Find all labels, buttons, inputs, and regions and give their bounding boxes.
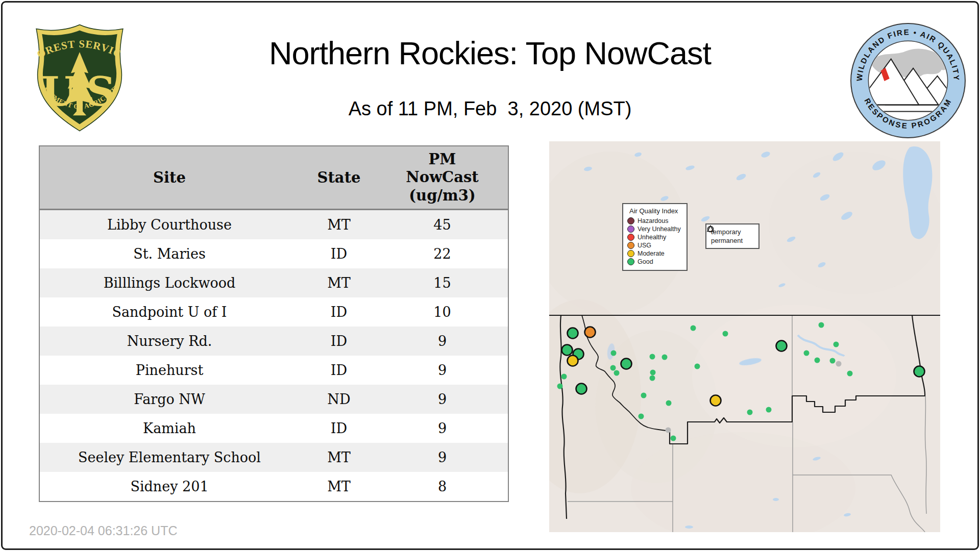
- monitor-marker: [819, 322, 824, 328]
- generated-timestamp: 2020-02-04 06:31:26 UTC: [29, 523, 177, 538]
- legend-item-label: Hazardous: [638, 217, 668, 224]
- col-header-site: Site: [40, 169, 299, 186]
- table-row: Sidney 201 MT 8: [40, 472, 508, 501]
- legend-item: Hazardous: [627, 217, 683, 224]
- state-cell: ID: [299, 420, 379, 436]
- monitor-marker: [561, 374, 567, 380]
- monitor-marker: [815, 358, 820, 363]
- table-header-row: Site State PM NowCast (ug/m3): [40, 146, 508, 210]
- state-cell: MT: [299, 217, 379, 233]
- table-row: St. Maries ID 22: [40, 239, 508, 268]
- legend-item: Good: [627, 258, 683, 265]
- monitor-marker: [610, 365, 616, 371]
- state-cell: MT: [299, 275, 379, 291]
- state-cell: MT: [299, 449, 379, 465]
- monitor-marker: [747, 410, 753, 415]
- monitor-type-legend: temporary permanent: [705, 223, 760, 249]
- monitor-marker: [557, 384, 563, 389]
- state-cell: MT: [299, 479, 379, 494]
- col-header-state: State: [299, 169, 379, 186]
- value-cell: 9: [379, 420, 506, 436]
- table-row: Pinehurst ID 9: [40, 356, 508, 385]
- site-cell: St. Maries: [40, 246, 299, 262]
- aqi-legend-items: Hazardous Very Unhealthy Unhealthy USG M…: [627, 217, 683, 265]
- permanent-monitor-icon: [706, 224, 715, 233]
- site-cell: Kamiah: [40, 420, 299, 436]
- monitor-marker: [766, 407, 772, 413]
- monitor-marker: [695, 364, 700, 369]
- legend-color-dot: [627, 258, 634, 265]
- monitor-marker: [666, 428, 671, 433]
- value-cell: 8: [379, 479, 506, 494]
- monitor-marker: [776, 341, 787, 352]
- wfaqrp-logo: WILDLAND FIRE • AIR QUALITY RESPONSE PRO…: [849, 21, 967, 140]
- table-row: Fargo NW ND 9: [40, 385, 508, 414]
- value-cell: 9: [379, 362, 506, 378]
- monitor-marker: [847, 371, 853, 377]
- table-row: Billlings Lockwood MT 15: [40, 268, 508, 297]
- value-cell: 45: [379, 217, 506, 233]
- monitor-marker: [568, 356, 578, 366]
- monitor-marker: [834, 342, 839, 347]
- monitor-marker: [585, 327, 596, 338]
- col-header-pm-nowcast: PM NowCast (ug/m3): [379, 151, 506, 205]
- value-cell: 22: [379, 246, 506, 262]
- table-row: Libby Courthouse MT 45: [40, 210, 508, 239]
- monitor-marker: [641, 393, 647, 398]
- monitor-marker: [666, 400, 672, 406]
- aqi-legend-title: Air Quality Index: [629, 207, 683, 215]
- legend-color-dot: [627, 250, 634, 257]
- monitor-marker: [710, 395, 721, 406]
- state-cell: ND: [299, 391, 379, 407]
- table-row: Kamiah ID 9: [40, 414, 508, 443]
- monitor-marker: [576, 384, 587, 394]
- state-cell: ID: [299, 304, 379, 320]
- legend-item: Moderate: [627, 250, 683, 257]
- monitor-marker: [914, 366, 925, 377]
- monitor-marker: [691, 325, 696, 331]
- site-cell: Sidney 201: [40, 479, 299, 494]
- monitor-marker: [671, 436, 676, 441]
- site-cell: Nursery Rd.: [40, 333, 299, 349]
- table-row: Seeley Elementary School MT 9: [40, 443, 508, 472]
- table-row: Nursery Rd. ID 9: [40, 327, 508, 356]
- air-quality-map: Air Quality Index Hazardous Very Unhealt…: [549, 141, 940, 532]
- monitor-marker: [662, 355, 668, 360]
- map-canvas: [549, 141, 940, 532]
- monitor-marker: [650, 375, 655, 381]
- value-cell: 10: [379, 304, 506, 320]
- permanent-label: permanent: [711, 237, 743, 244]
- site-cell: Billlings Lockwood: [40, 275, 299, 291]
- table-body: Libby Courthouse MT 45 St. Maries ID 22 …: [40, 210, 508, 501]
- monitor-marker: [568, 328, 578, 339]
- state-cell: ID: [299, 333, 379, 349]
- nowcast-table: Site State PM NowCast (ug/m3) Libby Cour…: [39, 145, 509, 502]
- value-cell: 9: [379, 391, 506, 407]
- site-cell: Seeley Elementary School: [40, 449, 299, 465]
- legend-item: Unhealthy: [627, 234, 683, 241]
- report-datetime: As of 11 PM, Feb 3, 2020 (MST): [0, 98, 980, 120]
- value-cell: 15: [379, 275, 506, 291]
- page-title: Northern Rockies: Top NowCast: [0, 35, 980, 71]
- site-cell: Fargo NW: [40, 391, 299, 407]
- legend-item: Very Unhealthy: [627, 226, 683, 233]
- legend-item-label: Unhealthy: [638, 234, 666, 241]
- value-cell: 9: [379, 449, 506, 465]
- monitor-marker: [611, 350, 617, 356]
- legend-color-dot: [627, 234, 634, 241]
- legend-item: USG: [627, 242, 683, 249]
- legend-item-label: Very Unhealthy: [638, 226, 681, 233]
- table-row: Sandpoint U of I ID 10: [40, 297, 508, 327]
- value-cell: 9: [379, 333, 506, 349]
- site-cell: Sandpoint U of I: [40, 304, 299, 320]
- monitor-marker: [650, 370, 656, 375]
- monitor-marker: [614, 370, 620, 376]
- legend-item-label: Good: [638, 258, 653, 265]
- site-cell: Pinehurst: [40, 362, 299, 378]
- legend-color-dot: [627, 226, 634, 233]
- state-cell: ID: [299, 246, 379, 262]
- site-cell: Libby Courthouse: [40, 217, 299, 233]
- slide: FOREST SERVICE DEPARTMENT OF AGRICULTURE…: [0, 0, 980, 551]
- legend-item-label: Moderate: [638, 250, 665, 257]
- temporary-label: temporary: [711, 228, 741, 236]
